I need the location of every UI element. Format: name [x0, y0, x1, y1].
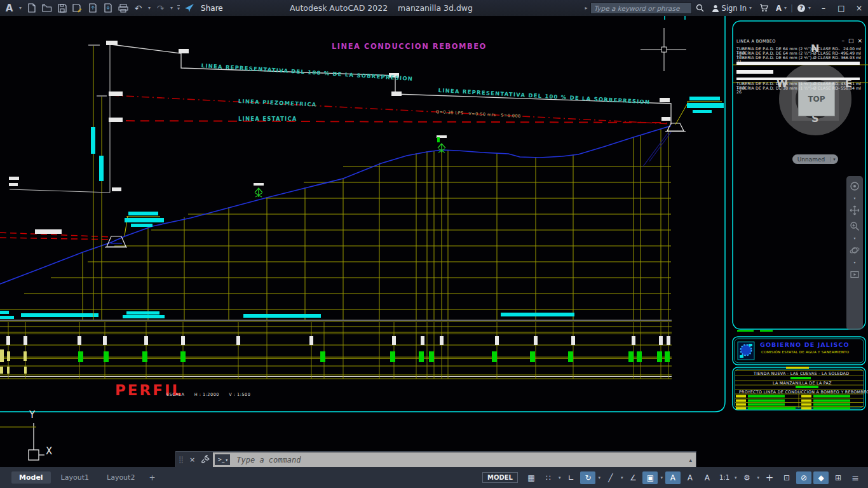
object-snap-toggle[interactable]: ▣	[642, 471, 658, 484]
redo-button[interactable]: ↷	[155, 3, 166, 13]
polar-dropdown-icon[interactable]: ▾	[597, 475, 601, 480]
tab-model[interactable]: Model	[11, 471, 51, 484]
orbit-icon[interactable]	[850, 245, 860, 255]
annotation-autoscale-toggle[interactable]: A	[682, 471, 698, 484]
undo-button[interactable]: ↶	[133, 3, 144, 13]
object-snap-tracking-toggle[interactable]: ∠	[625, 471, 641, 484]
commandline-close-icon[interactable]: ×	[186, 456, 198, 464]
batch-plot-icon[interactable]	[102, 3, 113, 13]
isolate-objects-button[interactable]: ⊡	[779, 471, 794, 484]
highlight-bar	[736, 78, 860, 80]
autocad-menu-button[interactable]: A	[4, 3, 15, 13]
customization-menu-button[interactable]: ≡	[848, 471, 863, 484]
search-input[interactable]	[590, 3, 692, 14]
open-folder-icon[interactable]	[41, 3, 52, 13]
osnap-dropdown-icon[interactable]: ▾	[660, 475, 663, 480]
redo-dropdown-icon[interactable]: ▾	[170, 5, 173, 11]
isodraft-toggle[interactable]: ╱	[603, 471, 618, 484]
bombeo-table-title: LINEA A BOMBEO	[736, 39, 776, 44]
command-prompt-icon[interactable]: >_▾	[215, 454, 230, 465]
command-line[interactable]: ⣿ × >_▾ Type a command ▴	[175, 451, 696, 468]
tab-layout2[interactable]: Layout2	[99, 471, 142, 484]
titleblock-line3: PROYECTO LINEA DE CONDUCCION A BOMBEO Y …	[739, 390, 868, 394]
navbar-dropdown-icon[interactable]: ▾	[853, 197, 855, 200]
workspace-dropdown-icon[interactable]: ▾	[756, 475, 760, 480]
annotation-visibility-toggle[interactable]: A	[665, 471, 681, 484]
zoom-icon[interactable]	[850, 221, 860, 231]
model-space-indicator[interactable]: MODEL	[482, 472, 518, 483]
share-icon[interactable]	[184, 3, 195, 13]
new-layout-button[interactable]: +	[145, 473, 159, 482]
annotation-monitor-button[interactable]: +	[762, 471, 777, 484]
bombeo-table-window[interactable]: LINEA A BOMBEO – □ × TUBERIA DE P.A.D. D…	[735, 37, 864, 93]
scale-dropdown-icon[interactable]: ▾	[734, 475, 738, 480]
app-store-cart-icon[interactable]	[756, 4, 772, 12]
annotation-scale-value[interactable]: 1:1	[717, 471, 732, 484]
grid-toggle[interactable]: ▦	[524, 471, 539, 484]
signin-dropdown-icon[interactable]: ▾	[749, 5, 752, 11]
ortho-toggle[interactable]: ∟	[563, 471, 578, 484]
close-button[interactable]: ×	[850, 0, 868, 16]
signin-button[interactable]: Sign In ▾	[708, 4, 756, 13]
graphics-performance-button[interactable]: ◆	[813, 471, 829, 484]
minimize-button[interactable]: –	[815, 0, 832, 16]
snap-toggle[interactable]: ∷	[541, 471, 556, 484]
viewcube-views-control[interactable]: Unnamed ▾	[792, 154, 838, 164]
hardware-acceleration-toggle[interactable]: ⊘	[796, 471, 811, 484]
views-dropdown-icon[interactable]: ▾	[830, 157, 838, 162]
svg-text:?: ?	[799, 5, 803, 11]
perfil-scale: ESCALA H : 1:2000 V : 1:500	[166, 393, 250, 397]
undo-dropdown-icon[interactable]: ▾	[148, 5, 151, 11]
gobierno-title: GOBIERNO DE JALISCO	[760, 342, 850, 348]
app-menu-dropdown-icon[interactable]: ▾	[19, 5, 22, 11]
ucs-x-label: X	[46, 447, 52, 456]
pump-station-structure	[10, 44, 110, 320]
tab-layout1[interactable]: Layout1	[53, 471, 97, 484]
commandline-grip-handle[interactable]: ⣿	[176, 456, 186, 464]
status-bar: Model Layout1 Layout2 + MODEL ▦ ∷ ▾ ∟ ↻ …	[0, 467, 868, 488]
help-icon[interactable]: ? ▾	[793, 4, 815, 13]
share-label[interactable]: Share	[201, 4, 223, 13]
command-input-field[interactable]: >_▾ Type a command ▴	[213, 452, 696, 467]
signin-label: Sign In	[722, 4, 747, 13]
navigation-wheel-icon[interactable]	[850, 181, 860, 191]
search-collapse-icon[interactable]: ▸	[585, 5, 588, 11]
navbar-dropdown-icon[interactable]: ▾	[853, 237, 855, 240]
grid-verticals	[83, 126, 668, 320]
views-label: Unnamed	[792, 156, 830, 163]
save-icon[interactable]	[57, 3, 67, 13]
snap-dropdown-icon[interactable]: ▾	[558, 475, 562, 480]
comision-subtitle: COMISIÓN ESTATAL DE AGUA Y SANEAMIENTO	[761, 351, 849, 355]
bombeo-close-icon[interactable]: ×	[857, 37, 862, 44]
drawing-title: LINEA CONDUCCION REBOMBEO	[332, 43, 487, 51]
commandline-tools-icon[interactable]	[198, 454, 213, 466]
navbar-dropdown-icon[interactable]: ▾	[853, 261, 855, 264]
bombeo-minimize-icon[interactable]: –	[841, 37, 844, 44]
commandline-expand-icon[interactable]: ▴	[685, 457, 696, 463]
table-verticals	[8, 322, 668, 379]
right-tank-label	[675, 97, 724, 125]
annotation-scale-icon[interactable]: A	[700, 471, 715, 484]
help-dropdown-icon[interactable]: ▾	[808, 5, 811, 11]
ucs-y-label: Y	[29, 410, 35, 420]
maximize-button[interactable]: □	[832, 0, 850, 16]
pan-icon[interactable]	[850, 205, 860, 215]
search-icon[interactable]	[692, 4, 708, 12]
navigation-bar[interactable]: ▾ ▾ ▾	[846, 176, 863, 330]
print-icon[interactable]	[118, 3, 128, 13]
new-file-icon[interactable]	[26, 3, 37, 13]
isodraft-dropdown-icon[interactable]: ▾	[620, 475, 624, 480]
workspace-switching-button[interactable]: ⚙	[739, 471, 754, 484]
polar-tracking-toggle[interactable]: ↻	[580, 471, 595, 484]
bombeo-restore-icon[interactable]: □	[848, 37, 854, 44]
clean-screen-button[interactable]: ⊞	[831, 471, 846, 484]
titleblock-line1: TIENDA NUEVA - LAS CUEVAS - LA SOLEDAD	[754, 372, 849, 376]
qat-customize-icon[interactable]: ▾	[177, 5, 180, 11]
plot-from-web-icon[interactable]	[87, 3, 98, 13]
showmotion-icon[interactable]	[850, 269, 860, 280]
drawing-canvas[interactable]: LINEA CONDUCCION REBOMBEO LINEA REPRESEN…	[0, 16, 868, 467]
autodesk-account-icon[interactable]: A▾	[772, 4, 790, 13]
quick-access-toolbar: A ▾ ↶ ▾ ↷ ▾ ▾ Share	[4, 0, 223, 16]
estatica-line	[111, 121, 667, 123]
save-as-icon[interactable]	[72, 3, 83, 13]
